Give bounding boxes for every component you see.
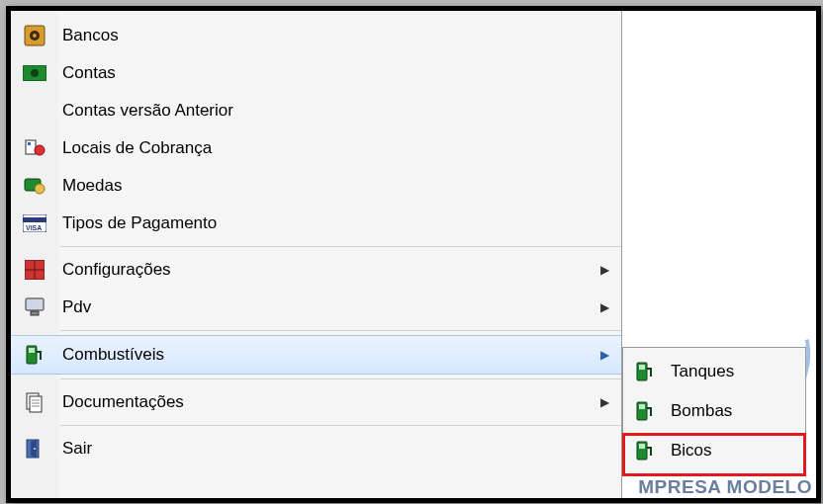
submenu-label: Bicos (667, 441, 805, 461)
chevron-right-icon: ▶ (600, 348, 609, 362)
menu-separator (60, 246, 621, 247)
menu-item-sair[interactable]: Sair (11, 430, 621, 467)
menu-item-pdv[interactable]: Pdv ▶ (11, 289, 621, 326)
submenu-item-bicos[interactable]: Bicos (623, 431, 805, 470)
money-icon (11, 65, 58, 81)
svg-point-2 (33, 34, 37, 38)
svg-rect-29 (639, 365, 645, 370)
grid-icon (11, 260, 58, 280)
menu-item-locais-cobranca[interactable]: Locais de Cobrança (11, 129, 621, 167)
menu-label: Bancos (58, 26, 621, 45)
submenu-item-tanques[interactable]: Tanques (623, 352, 805, 391)
menu-label: Tipos de Pagamento (58, 213, 621, 233)
main-menu: Bancos Contas Contas versão Anterior Loc… (11, 11, 622, 498)
menu-label: Combustíveis (58, 345, 621, 365)
menu-item-combustiveis[interactable]: Combustíveis ▶ (11, 335, 621, 375)
submenu-label: Tanques (667, 362, 805, 381)
menu-item-contas-anterior[interactable]: Contas versão Anterior (11, 92, 621, 129)
billing-icon (11, 138, 58, 158)
menu-item-contas[interactable]: Contas (11, 54, 621, 92)
svg-point-27 (34, 448, 36, 450)
svg-rect-7 (28, 142, 31, 145)
svg-text:VISA: VISA (26, 224, 42, 231)
svg-point-6 (35, 145, 45, 155)
camera-icon (11, 25, 58, 46)
menu-item-configuracoes[interactable]: Configurações ▶ (11, 251, 621, 289)
chevron-right-icon: ▶ (600, 263, 609, 277)
pump-icon (623, 361, 667, 382)
docs-icon (11, 391, 58, 413)
menu-item-moedas[interactable]: Moedas (11, 167, 621, 205)
card-icon: VISA (11, 214, 58, 232)
submenu-item-bombas[interactable]: Bombas (623, 391, 805, 431)
menu-label: Documentações (58, 392, 621, 412)
svg-rect-16 (26, 298, 44, 310)
terminal-icon (11, 296, 58, 318)
menu-separator (60, 378, 621, 379)
svg-point-4 (31, 69, 39, 77)
menu-label: Contas (58, 63, 621, 83)
stage: MPRESA MODELO Bancos Contas Contas versã… (0, 0, 823, 504)
menu-label: Sair (58, 439, 621, 459)
menu-label: Contas versão Anterior (58, 101, 621, 121)
submenu-combustiveis: Tanques Bombas Bicos (622, 347, 806, 475)
menu-item-documentacoes[interactable]: Documentações ▶ (11, 383, 621, 421)
pump-icon (623, 400, 667, 422)
window-frame: MPRESA MODELO Bancos Contas Contas versã… (6, 6, 821, 503)
svg-rect-21 (30, 396, 42, 412)
exit-icon (11, 438, 58, 460)
menu-item-bancos[interactable]: Bancos (11, 17, 621, 54)
menu-item-tipos-pagamento[interactable]: VISA Tipos de Pagamento (11, 205, 621, 242)
svg-rect-19 (29, 348, 35, 353)
pump-icon (11, 344, 58, 366)
svg-rect-31 (639, 404, 645, 409)
pump-icon (623, 440, 667, 462)
background-company-text: MPRESA MODELO (638, 476, 812, 498)
menu-separator (60, 425, 621, 426)
coins-icon (11, 175, 58, 197)
menu-label: Pdv (58, 297, 621, 317)
chevron-right-icon: ▶ (600, 300, 609, 314)
svg-rect-33 (639, 444, 645, 449)
svg-rect-17 (31, 311, 39, 315)
svg-point-9 (35, 184, 45, 194)
submenu-label: Bombas (667, 401, 805, 421)
chevron-right-icon: ▶ (600, 395, 609, 409)
menu-label: Locais de Cobrança (58, 138, 621, 158)
menu-label: Configurações (58, 260, 621, 280)
menu-label: Moedas (58, 176, 621, 196)
svg-rect-11 (23, 217, 46, 222)
menu-separator (60, 330, 621, 331)
